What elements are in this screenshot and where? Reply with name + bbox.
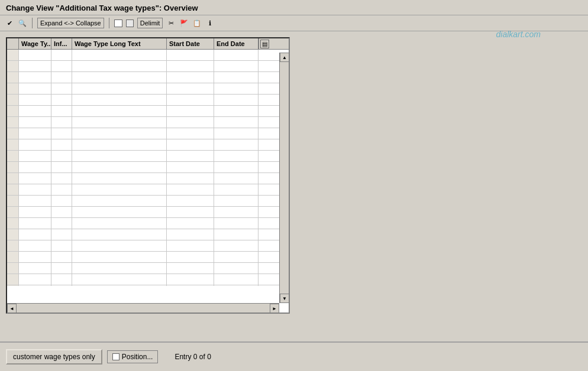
col-header-long-text[interactable]: Wage Type Long Text bbox=[72, 38, 167, 49]
cell-wage-type bbox=[19, 117, 51, 128]
row-selector[interactable] bbox=[7, 50, 19, 60]
cell-inf bbox=[51, 263, 72, 274]
cell-long-text bbox=[72, 50, 167, 60]
cell-long-text bbox=[72, 162, 167, 173]
scroll-track bbox=[280, 62, 289, 294]
row-selector[interactable] bbox=[7, 83, 19, 94]
row-selector[interactable] bbox=[7, 252, 19, 262]
table-row[interactable] bbox=[7, 151, 289, 162]
scissors-icon[interactable]: ✂ bbox=[166, 18, 176, 28]
main-content: Wage Ty... Inf... Wage Type Long Text St… bbox=[0, 31, 588, 320]
cell-wage-type bbox=[19, 252, 51, 262]
cell-end-date bbox=[214, 184, 259, 195]
row-selector[interactable] bbox=[7, 229, 19, 240]
table-row[interactable] bbox=[7, 117, 289, 128]
table-row[interactable] bbox=[7, 274, 289, 285]
info-icon[interactable]: ℹ bbox=[205, 18, 215, 28]
cell-end-date bbox=[214, 83, 259, 94]
position-button[interactable]: Position... bbox=[107, 350, 159, 363]
table-container: Wage Ty... Inf... Wage Type Long Text St… bbox=[6, 37, 290, 314]
row-selector[interactable] bbox=[7, 128, 19, 139]
cell-end-date bbox=[214, 252, 259, 262]
horizontal-scrollbar: ◄ ► bbox=[7, 303, 279, 313]
table-row[interactable] bbox=[7, 95, 289, 106]
row-selector[interactable] bbox=[7, 139, 19, 150]
cell-start-date bbox=[167, 162, 214, 173]
cell-wage-type bbox=[19, 240, 51, 251]
table-row[interactable] bbox=[7, 61, 289, 72]
export-icon[interactable]: 📋 bbox=[192, 18, 202, 28]
header-selector bbox=[7, 38, 19, 49]
cell-long-text bbox=[72, 106, 167, 116]
scroll-up-button[interactable]: ▲ bbox=[280, 53, 289, 62]
table-row[interactable] bbox=[7, 139, 289, 151]
cell-wage-type bbox=[19, 274, 51, 285]
hscroll-left-button[interactable]: ◄ bbox=[7, 304, 17, 313]
table-row[interactable] bbox=[7, 184, 289, 196]
row-selector[interactable] bbox=[7, 263, 19, 274]
table-row[interactable] bbox=[7, 240, 289, 252]
cell-long-text bbox=[72, 128, 167, 139]
col-header-wage-type[interactable]: Wage Ty... bbox=[19, 38, 51, 49]
table-row[interactable] bbox=[7, 83, 289, 95]
find-icon[interactable]: 🔍 bbox=[18, 18, 27, 28]
col-header-inf[interactable]: Inf... bbox=[51, 38, 72, 49]
flag-icon[interactable]: 🚩 bbox=[179, 18, 189, 28]
row-selector[interactable] bbox=[7, 274, 19, 285]
table-row[interactable] bbox=[7, 72, 289, 83]
row-selector[interactable] bbox=[7, 196, 19, 206]
cell-wage-type bbox=[19, 162, 51, 173]
cell-wage-type bbox=[19, 263, 51, 274]
delimit-label: Delimit bbox=[140, 19, 160, 27]
cell-inf bbox=[51, 50, 72, 60]
row-selector[interactable] bbox=[7, 218, 19, 229]
row-selector[interactable] bbox=[7, 207, 19, 217]
table-header: Wage Ty... Inf... Wage Type Long Text St… bbox=[7, 38, 289, 50]
cell-long-text bbox=[72, 151, 167, 161]
table-row[interactable] bbox=[7, 106, 289, 117]
row-selector[interactable] bbox=[7, 117, 19, 128]
check-icon[interactable]: ✔ bbox=[5, 18, 14, 28]
table-row[interactable] bbox=[7, 196, 289, 207]
paste-icon[interactable] bbox=[126, 19, 134, 27]
cell-long-text bbox=[72, 218, 167, 229]
hscroll-right-button[interactable]: ► bbox=[270, 304, 279, 313]
table-row[interactable] bbox=[7, 207, 289, 218]
col-header-start-date[interactable]: Start Date bbox=[167, 38, 214, 49]
cell-start-date bbox=[167, 229, 214, 240]
row-selector[interactable] bbox=[7, 106, 19, 116]
table-row[interactable] bbox=[7, 128, 289, 139]
cell-long-text bbox=[72, 117, 167, 128]
row-selector[interactable] bbox=[7, 184, 19, 195]
row-selector[interactable] bbox=[7, 285, 19, 286]
customer-wages-button[interactable]: customer wage types only bbox=[6, 349, 102, 365]
row-selector[interactable] bbox=[7, 240, 19, 251]
row-selector[interactable] bbox=[7, 61, 19, 71]
row-selector[interactable] bbox=[7, 173, 19, 184]
table-row[interactable] bbox=[7, 252, 289, 263]
row-selector[interactable] bbox=[7, 151, 19, 161]
table-row[interactable] bbox=[7, 218, 289, 229]
table-row[interactable] bbox=[7, 173, 289, 184]
cell-start-date bbox=[167, 95, 214, 105]
table-row[interactable] bbox=[7, 229, 289, 240]
table-row[interactable] bbox=[7, 50, 289, 61]
cell-inf bbox=[51, 184, 72, 195]
cell-wage-type bbox=[19, 173, 51, 184]
expand-collapse-button[interactable]: Expand <-> Collapse bbox=[37, 18, 104, 28]
col-header-end-date[interactable]: End Date bbox=[214, 38, 259, 49]
copy-icon[interactable] bbox=[114, 19, 122, 27]
cell-inf bbox=[51, 151, 72, 161]
row-selector[interactable] bbox=[7, 72, 19, 83]
table-row[interactable] bbox=[7, 263, 289, 274]
cell-wage-type bbox=[19, 128, 51, 139]
table-row[interactable] bbox=[7, 162, 289, 173]
row-selector[interactable] bbox=[7, 95, 19, 105]
scroll-down-button[interactable]: ▼ bbox=[280, 294, 289, 303]
bottom-bar: customer wage types only Position... Ent… bbox=[0, 341, 588, 371]
cell-start-date bbox=[167, 61, 214, 71]
delimit-button[interactable]: Delimit bbox=[137, 18, 163, 28]
row-selector[interactable] bbox=[7, 162, 19, 173]
table-row[interactable] bbox=[7, 285, 289, 286]
col-settings-icon[interactable]: ▤ bbox=[259, 38, 270, 49]
